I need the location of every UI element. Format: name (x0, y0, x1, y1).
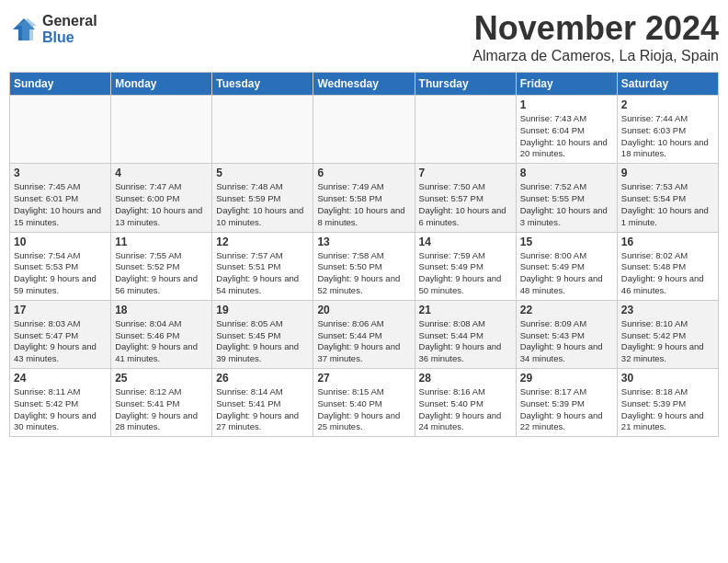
day-number: 24 (14, 372, 107, 385)
day-number: 18 (115, 304, 208, 316)
calendar-cell: 2Sunrise: 7:44 AM Sunset: 6:03 PM Daylig… (617, 96, 718, 164)
calendar-cell: 24Sunrise: 8:11 AM Sunset: 5:42 PM Dayli… (10, 369, 111, 437)
day-info: Sunrise: 8:16 AM Sunset: 5:40 PM Dayligh… (419, 386, 512, 433)
day-number: 30 (621, 372, 714, 385)
day-info: Sunrise: 8:10 AM Sunset: 5:42 PM Dayligh… (621, 318, 714, 365)
day-info: Sunrise: 7:59 AM Sunset: 5:49 PM Dayligh… (419, 250, 512, 297)
day-number: 22 (520, 304, 613, 316)
calendar-cell: 12Sunrise: 7:57 AM Sunset: 5:51 PM Dayli… (212, 232, 313, 300)
weekday-header-monday: Monday (111, 73, 212, 96)
weekday-header-wednesday: Wednesday (313, 73, 415, 96)
day-number: 5 (216, 167, 309, 179)
day-info: Sunrise: 7:48 AM Sunset: 5:59 PM Dayligh… (216, 181, 309, 228)
day-info: Sunrise: 7:54 AM Sunset: 5:53 PM Dayligh… (14, 250, 107, 297)
calendar-cell: 30Sunrise: 8:18 AM Sunset: 5:39 PM Dayli… (617, 369, 718, 437)
day-info: Sunrise: 8:02 AM Sunset: 5:48 PM Dayligh… (621, 250, 714, 297)
calendar-cell: 5Sunrise: 7:48 AM Sunset: 5:59 PM Daylig… (212, 164, 313, 232)
day-number: 29 (520, 372, 613, 385)
calendar-cell: 11Sunrise: 7:55 AM Sunset: 5:52 PM Dayli… (111, 232, 212, 300)
day-info: Sunrise: 8:05 AM Sunset: 5:45 PM Dayligh… (216, 318, 309, 365)
day-info: Sunrise: 7:53 AM Sunset: 5:54 PM Dayligh… (621, 181, 714, 228)
day-info: Sunrise: 8:12 AM Sunset: 5:41 PM Dayligh… (115, 386, 208, 433)
calendar-cell: 18Sunrise: 8:04 AM Sunset: 5:46 PM Dayli… (111, 300, 212, 368)
calendar-header-row: SundayMondayTuesdayWednesdayThursdayFrid… (10, 73, 719, 96)
day-number: 21 (419, 304, 512, 316)
day-number: 14 (419, 236, 512, 248)
day-info: Sunrise: 7:50 AM Sunset: 5:57 PM Dayligh… (419, 181, 512, 228)
page-header: General Blue November 2024 Almarza de Ca… (9, 9, 719, 64)
calendar-cell: 21Sunrise: 8:08 AM Sunset: 5:44 PM Dayli… (415, 300, 516, 368)
weekday-header-sunday: Sunday (10, 73, 111, 96)
day-number: 12 (216, 236, 309, 248)
logo-general-text: General (42, 13, 97, 29)
calendar-cell: 9Sunrise: 7:53 AM Sunset: 5:54 PM Daylig… (617, 164, 718, 232)
day-info: Sunrise: 8:06 AM Sunset: 5:44 PM Dayligh… (317, 318, 410, 365)
month-title: November 2024 (472, 9, 719, 48)
day-number: 15 (520, 236, 613, 248)
day-number: 3 (14, 167, 107, 179)
calendar-week-1: 1Sunrise: 7:43 AM Sunset: 6:04 PM Daylig… (10, 96, 719, 164)
title-block: November 2024 Almarza de Cameros, La Rio… (472, 9, 719, 64)
day-info: Sunrise: 7:52 AM Sunset: 5:55 PM Dayligh… (520, 181, 613, 228)
calendar-cell: 7Sunrise: 7:50 AM Sunset: 5:57 PM Daylig… (415, 164, 516, 232)
day-number: 4 (115, 167, 208, 179)
day-number: 7 (419, 167, 512, 179)
day-info: Sunrise: 7:43 AM Sunset: 6:04 PM Dayligh… (520, 113, 613, 160)
calendar-cell: 29Sunrise: 8:17 AM Sunset: 5:39 PM Dayli… (516, 369, 617, 437)
weekday-header-tuesday: Tuesday (212, 73, 313, 96)
day-info: Sunrise: 7:45 AM Sunset: 6:01 PM Dayligh… (14, 181, 107, 228)
day-number: 25 (115, 372, 208, 385)
calendar-cell (10, 96, 111, 164)
day-info: Sunrise: 7:44 AM Sunset: 6:03 PM Dayligh… (621, 113, 714, 160)
calendar-cell: 20Sunrise: 8:06 AM Sunset: 5:44 PM Dayli… (313, 300, 415, 368)
day-info: Sunrise: 8:15 AM Sunset: 5:40 PM Dayligh… (317, 386, 410, 433)
calendar-table: SundayMondayTuesdayWednesdayThursdayFrid… (9, 72, 719, 437)
day-info: Sunrise: 8:08 AM Sunset: 5:44 PM Dayligh… (419, 318, 512, 365)
day-info: Sunrise: 8:11 AM Sunset: 5:42 PM Dayligh… (14, 386, 107, 433)
day-info: Sunrise: 7:58 AM Sunset: 5:50 PM Dayligh… (317, 250, 410, 297)
calendar-cell: 6Sunrise: 7:49 AM Sunset: 5:58 PM Daylig… (313, 164, 415, 232)
day-number: 23 (621, 304, 714, 316)
day-number: 2 (621, 98, 714, 111)
logo-text: General Blue (42, 13, 97, 45)
weekday-header-thursday: Thursday (415, 73, 516, 96)
day-info: Sunrise: 8:09 AM Sunset: 5:43 PM Dayligh… (520, 318, 613, 365)
day-number: 26 (216, 372, 309, 385)
calendar-cell: 1Sunrise: 7:43 AM Sunset: 6:04 PM Daylig… (516, 96, 617, 164)
calendar-cell: 25Sunrise: 8:12 AM Sunset: 5:41 PM Dayli… (111, 369, 212, 437)
weekday-header-friday: Friday (516, 73, 617, 96)
calendar-cell: 8Sunrise: 7:52 AM Sunset: 5:55 PM Daylig… (516, 164, 617, 232)
day-number: 9 (621, 167, 714, 179)
calendar-week-3: 10Sunrise: 7:54 AM Sunset: 5:53 PM Dayli… (10, 232, 719, 300)
calendar-cell (111, 96, 212, 164)
calendar-cell: 4Sunrise: 7:47 AM Sunset: 6:00 PM Daylig… (111, 164, 212, 232)
calendar-cell: 26Sunrise: 8:14 AM Sunset: 5:41 PM Dayli… (212, 369, 313, 437)
day-info: Sunrise: 8:17 AM Sunset: 5:39 PM Dayligh… (520, 386, 613, 433)
day-number: 17 (14, 304, 107, 316)
calendar-week-5: 24Sunrise: 8:11 AM Sunset: 5:42 PM Dayli… (10, 369, 719, 437)
day-number: 27 (317, 372, 410, 385)
day-number: 8 (520, 167, 613, 179)
calendar-week-2: 3Sunrise: 7:45 AM Sunset: 6:01 PM Daylig… (10, 164, 719, 232)
day-number: 28 (419, 372, 512, 385)
calendar-week-4: 17Sunrise: 8:03 AM Sunset: 5:47 PM Dayli… (10, 300, 719, 368)
calendar-cell (313, 96, 415, 164)
day-number: 11 (115, 236, 208, 248)
calendar-cell: 13Sunrise: 7:58 AM Sunset: 5:50 PM Dayli… (313, 232, 415, 300)
calendar-cell: 27Sunrise: 8:15 AM Sunset: 5:40 PM Dayli… (313, 369, 415, 437)
logo: General Blue (9, 13, 97, 45)
day-info: Sunrise: 7:49 AM Sunset: 5:58 PM Dayligh… (317, 181, 410, 228)
calendar-cell: 16Sunrise: 8:02 AM Sunset: 5:48 PM Dayli… (617, 232, 718, 300)
weekday-header-saturday: Saturday (617, 73, 718, 96)
calendar-cell: 22Sunrise: 8:09 AM Sunset: 5:43 PM Dayli… (516, 300, 617, 368)
day-info: Sunrise: 8:04 AM Sunset: 5:46 PM Dayligh… (115, 318, 208, 365)
calendar-cell: 15Sunrise: 8:00 AM Sunset: 5:49 PM Dayli… (516, 232, 617, 300)
day-info: Sunrise: 8:18 AM Sunset: 5:39 PM Dayligh… (621, 386, 714, 433)
calendar-cell: 14Sunrise: 7:59 AM Sunset: 5:49 PM Dayli… (415, 232, 516, 300)
day-info: Sunrise: 8:14 AM Sunset: 5:41 PM Dayligh… (216, 386, 309, 433)
calendar-cell: 3Sunrise: 7:45 AM Sunset: 6:01 PM Daylig… (10, 164, 111, 232)
calendar-cell: 28Sunrise: 8:16 AM Sunset: 5:40 PM Dayli… (415, 369, 516, 437)
day-info: Sunrise: 7:55 AM Sunset: 5:52 PM Dayligh… (115, 250, 208, 297)
day-number: 10 (14, 236, 107, 248)
day-number: 6 (317, 167, 410, 179)
